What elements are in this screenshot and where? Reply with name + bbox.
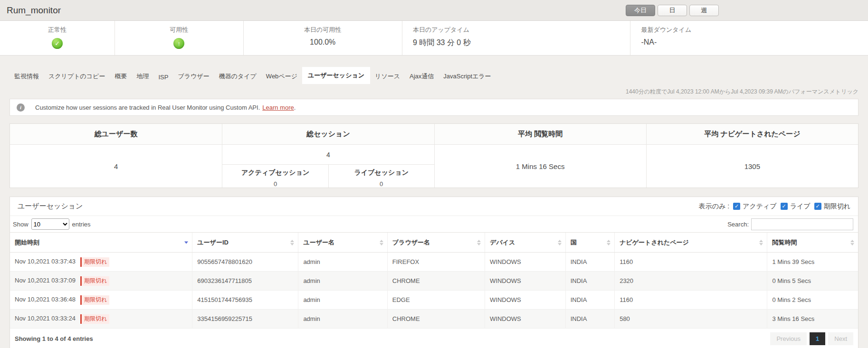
- tab-web-pages[interactable]: Webページ: [261, 69, 302, 84]
- cell-pages: 1160: [615, 291, 767, 310]
- session-filters: 表示のみ : ✓ アクティブ ✓ ライブ ✓ 期限切れ: [699, 202, 850, 211]
- total-users-header: 総ユーザー数: [10, 124, 222, 145]
- sessions-breakdown: アクティブセッション 0 ライブセッション 0: [222, 165, 434, 188]
- table-row[interactable]: Nov 10,2021 03:36:48期限切れ 415150174475693…: [10, 291, 858, 310]
- live-sessions-cell: ライブセッション 0: [328, 165, 434, 188]
- cell-view-time: 0 Mins 5 Secs: [767, 272, 858, 291]
- tab-js-errors[interactable]: JavaScriptエラー: [439, 69, 496, 84]
- filter-active-checkbox[interactable]: ✓: [733, 203, 740, 210]
- avg-pages-header: 平均 ナビゲートされたページ: [647, 124, 858, 145]
- sort-icon[interactable]: [759, 240, 763, 245]
- tab-browser[interactable]: ブラウザー: [173, 69, 214, 84]
- availability-up-icon: ↑: [173, 38, 184, 49]
- table-footer: Showing 1 to 4 of 4 entries Previous 1 N…: [10, 329, 858, 348]
- latest-downtime: 最新ダウンタイム -NA-: [630, 21, 868, 55]
- current-page-button[interactable]: 1: [810, 332, 825, 345]
- today-availability-value: 100.0%: [244, 38, 402, 47]
- col-view-time[interactable]: 閲覧時間: [767, 233, 858, 253]
- cell-pages: 2320: [615, 272, 767, 291]
- today-uptime-value: 9 時間 33 分 0 秒: [413, 38, 630, 48]
- tab-user-sessions[interactable]: ユーザーセッション: [302, 67, 370, 84]
- previous-page-button[interactable]: Previous: [770, 332, 807, 345]
- learn-more-link[interactable]: Learn more: [262, 104, 294, 111]
- sort-desc-icon[interactable]: [184, 241, 188, 244]
- total-users-value: 4: [10, 145, 222, 188]
- health-label: 正常性: [0, 26, 114, 34]
- cell-pages: 1160: [615, 253, 767, 272]
- col-start-time[interactable]: 開始時刻: [10, 233, 192, 253]
- tab-monitor-info[interactable]: 監視情報: [10, 69, 44, 84]
- tab-geography[interactable]: 地理: [132, 69, 153, 84]
- active-sessions-value: 0: [222, 180, 328, 188]
- session-summary-table: 総ユーザー数 4 総セッション 4 アクティブセッション 0 ライブセッション …: [10, 123, 858, 188]
- cell-country: INDIA: [565, 310, 615, 329]
- col-user-name[interactable]: ユーザー名: [298, 233, 387, 253]
- sort-icon[interactable]: [558, 240, 562, 245]
- period-week-button[interactable]: 週: [689, 5, 719, 16]
- tab-ajax[interactable]: Ajax通信: [405, 69, 439, 84]
- live-sessions-label: ライブセッション: [329, 169, 434, 177]
- today-availability-label: 本日の可用性: [244, 26, 402, 34]
- cell-country: INDIA: [565, 272, 615, 291]
- today-availability: 本日の可用性 100.0%: [243, 21, 402, 55]
- filter-active: ✓ アクティブ: [733, 202, 777, 211]
- cell-user-name: admin: [298, 253, 387, 272]
- avg-pages-column: 平均 ナビゲートされたページ 1305: [646, 124, 858, 188]
- cell-user-id: 3354156959225715: [192, 310, 298, 329]
- sort-icon[interactable]: [290, 240, 294, 245]
- entries-select[interactable]: 10: [31, 218, 69, 230]
- period-today-button[interactable]: 今日: [626, 5, 655, 16]
- health-check-icon: ✓: [52, 38, 63, 49]
- sort-icon[interactable]: [380, 240, 383, 245]
- monitor-tabbar: 監視情報 スクリプトのコピー 概要 地理 ISP ブラウザー 機器のタイプ We…: [10, 67, 858, 84]
- total-sessions-value: 4: [222, 145, 434, 165]
- total-sessions-column: 総セッション 4 アクティブセッション 0 ライブセッション 0: [222, 124, 434, 188]
- table-row[interactable]: Nov 10,2021 03:37:43期限切れ 905565747880162…: [10, 253, 858, 272]
- col-browser[interactable]: ブラウザー名: [387, 233, 485, 253]
- col-user-id[interactable]: ユーザーID: [192, 233, 298, 253]
- cell-start-time: Nov 10,2021 03:36:48期限切れ: [10, 291, 192, 310]
- monitor-title: Rum_monitor: [7, 5, 61, 16]
- active-sessions-label: アクティブセッション: [222, 169, 328, 177]
- col-device[interactable]: デバイス: [485, 233, 566, 253]
- search-input[interactable]: [751, 218, 853, 230]
- cell-view-time: 1 Mins 39 Secs: [767, 253, 858, 272]
- cell-device: WINDOWS: [485, 310, 566, 329]
- col-country[interactable]: 国: [565, 233, 615, 253]
- total-sessions-header: 総セッション: [222, 124, 434, 145]
- sort-icon[interactable]: [850, 240, 854, 245]
- period-day-button[interactable]: 日: [658, 5, 687, 16]
- show-entries-group: Show 10 entries: [13, 218, 91, 230]
- table-row[interactable]: Nov 10,2021 03:33:24期限切れ 335415695922571…: [10, 310, 858, 329]
- search-group: Search:: [727, 218, 853, 230]
- filter-live-label: ライブ: [790, 202, 811, 211]
- filter-live: ✓ ライブ: [781, 202, 811, 211]
- tab-resources[interactable]: リソース: [370, 69, 405, 84]
- tab-device-type[interactable]: 機器のタイプ: [214, 69, 261, 84]
- health-status: 正常性 ✓: [0, 21, 114, 55]
- cell-device: WINDOWS: [485, 272, 566, 291]
- tab-isp[interactable]: ISP: [153, 70, 173, 84]
- next-page-button[interactable]: Next: [828, 332, 853, 345]
- filter-live-checkbox[interactable]: ✓: [781, 203, 788, 210]
- cell-user-name: admin: [298, 310, 387, 329]
- col-pages[interactable]: ナビゲートされたページ: [615, 233, 767, 253]
- search-label: Search:: [727, 221, 749, 228]
- avg-pages-value: 1305: [647, 145, 858, 188]
- tab-script-copy[interactable]: スクリプトのコピー: [44, 69, 110, 84]
- period-button-group: 今日 日 週: [626, 5, 719, 16]
- user-sessions-header: ユーザーセッション 表示のみ : ✓ アクティブ ✓ ライブ ✓ 期限切れ: [10, 197, 858, 216]
- pagination: Previous 1 Next: [770, 332, 853, 345]
- sort-icon[interactable]: [607, 240, 610, 245]
- show-label: Show: [13, 221, 29, 228]
- tab-overview[interactable]: 概要: [110, 69, 132, 84]
- today-uptime: 本日のアップタイム 9 時間 33 分 0 秒: [402, 21, 630, 55]
- live-sessions-value: 0: [329, 180, 434, 188]
- performance-metrics-note: 1440分の粒度でJul 4,2023 12:00 AMからJul 4,2023…: [0, 88, 858, 96]
- filter-expired-checkbox[interactable]: ✓: [814, 203, 821, 210]
- info-banner: i Customize how user sessions are tracke…: [10, 99, 858, 116]
- cell-country: INDIA: [565, 253, 615, 272]
- table-row[interactable]: Nov 10,2021 03:37:09期限切れ 690323614771180…: [10, 272, 858, 291]
- cell-browser: CHROME: [387, 272, 485, 291]
- sort-icon[interactable]: [477, 240, 481, 245]
